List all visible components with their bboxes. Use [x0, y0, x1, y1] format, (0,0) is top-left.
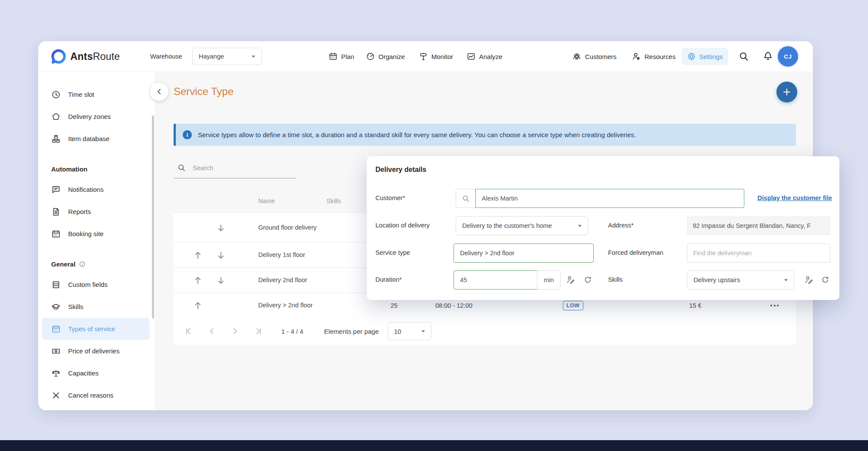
clock-icon: [51, 90, 61, 99]
warehouse-label: Warehouse: [150, 53, 182, 60]
gear-icon: [687, 52, 696, 61]
sidebar: Time slot Delivery zones Item database A…: [38, 72, 155, 410]
time-slot-cell: 08:00 - 12:00: [435, 302, 472, 309]
duration-unit: min: [537, 270, 561, 290]
logo-icon: [51, 49, 66, 64]
x-icon: [51, 391, 61, 400]
warehouse-value: Hayange: [199, 53, 224, 60]
app-logo[interactable]: AntsRoute: [51, 49, 120, 64]
signpost-icon: [419, 52, 428, 61]
next-page-icon[interactable]: [231, 327, 240, 336]
forced-deliveryman-input[interactable]: [687, 244, 830, 263]
service-calendar-icon: [51, 324, 61, 334]
nav-settings[interactable]: Settings: [681, 48, 728, 65]
nav-organize[interactable]: Organize: [366, 52, 405, 61]
sidebar-scrollbar[interactable]: [152, 115, 154, 319]
rows-icon: [51, 280, 61, 290]
customers-icon: [572, 52, 582, 61]
sidebar-item-skills[interactable]: Skills: [42, 296, 150, 318]
pagination: 1 - 4 / 4 Elements per page 10: [174, 318, 796, 345]
nav-monitor[interactable]: Monitor: [419, 52, 453, 61]
sidebar-item-delivery-zones[interactable]: Delivery zones: [42, 105, 150, 128]
logo-text: AntsRoute: [70, 51, 120, 63]
sidebar-item-types-of-service[interactable]: Types of service: [42, 318, 150, 340]
service-type-name: Delivery > 2nd floor: [258, 301, 319, 309]
sidebar-item-item-database[interactable]: Item database: [42, 128, 150, 150]
nav-analyze[interactable]: Analyze: [467, 52, 502, 61]
arrow-down-icon[interactable]: [217, 224, 226, 232]
topbar: AntsRoute Warehouse Hayange Plan Organiz…: [38, 41, 813, 72]
customer-label: Customer*: [375, 194, 405, 201]
last-page-icon[interactable]: [254, 327, 263, 336]
arrow-down-icon[interactable]: [217, 276, 226, 285]
display-customer-file-link[interactable]: Display the customer file: [757, 194, 832, 201]
chevron-left-icon: [155, 87, 164, 96]
sidebar-item-capacities[interactable]: Capacities: [42, 362, 150, 384]
sidebar-item-reports[interactable]: Reports: [42, 201, 150, 223]
service-type-name: Delivery 1st floor: [258, 251, 319, 259]
duration-label: Duration*: [375, 276, 401, 283]
graduation-cap-icon: [51, 302, 61, 312]
gauge-icon: [366, 52, 375, 61]
document-icon: [51, 207, 61, 217]
info-banner: i Service types allow to define a time s…: [174, 124, 796, 146]
assign-deliveryman-icon[interactable]: [804, 275, 814, 285]
service-type-field[interactable]: Delivery > 2nd floor: [454, 244, 594, 263]
clipped-sidebar-item: [53, 72, 64, 74]
plus-icon: [782, 87, 792, 97]
customer-input[interactable]: [475, 189, 744, 208]
page-range: 1 - 4 / 4: [281, 328, 303, 335]
calendar-icon: [329, 52, 338, 61]
refresh-icon[interactable]: [583, 275, 592, 284]
nav-customers[interactable]: Customers: [572, 52, 617, 61]
duration-input[interactable]: [454, 270, 537, 290]
modal-title: Delivery details: [375, 166, 426, 174]
chevron-down-icon: [252, 56, 255, 58]
sidebar-item-price-of-deliveries[interactable]: Price of deliveries: [42, 340, 150, 362]
location-select[interactable]: Delivery to the customer's home: [456, 216, 588, 235]
sidebar-item-notifications[interactable]: Notifications: [42, 178, 150, 201]
sidebar-section-automation: Automation: [51, 159, 155, 178]
sidebar-item-booking-site[interactable]: Booking site: [42, 223, 150, 245]
arrow-up-icon[interactable]: [194, 301, 203, 310]
skills-select[interactable]: Delivery upstairs: [687, 270, 794, 290]
delivery-details-modal: Delivery details Customer* Display the c…: [367, 156, 839, 300]
sidebar-item-cancel-reasons[interactable]: Cancel reasons: [42, 384, 150, 406]
bell-icon[interactable]: [763, 51, 773, 62]
page-title: Service Type: [174, 86, 233, 98]
person-gear-icon: [631, 52, 641, 61]
per-page-select[interactable]: 10: [388, 322, 431, 340]
address-label: Address*: [608, 222, 634, 229]
message-icon: [51, 185, 61, 194]
info-banner-text: Service types allow to define a time slo…: [198, 131, 636, 138]
info-icon: i: [183, 130, 192, 139]
back-button[interactable]: [150, 82, 168, 101]
nav-plan[interactable]: Plan: [329, 52, 354, 61]
chevron-down-icon: [578, 225, 582, 227]
address-field[interactable]: 92 Impasse du Sergent Blandan, Nancy, F: [687, 217, 830, 235]
arrow-up-icon[interactable]: [194, 276, 203, 285]
arrow-up-icon[interactable]: [194, 251, 203, 260]
search-input[interactable]: [193, 164, 288, 171]
sidebar-item-time-slot[interactable]: Time slot: [42, 83, 150, 105]
bottom-strip: [0, 440, 868, 451]
sidebar-item-custom-fields[interactable]: Custom fields: [42, 273, 150, 296]
row-menu-icon[interactable]: [770, 305, 779, 306]
assign-deliveryman-icon[interactable]: [566, 275, 575, 285]
nav-resources[interactable]: Resources: [631, 52, 676, 61]
chart-icon: [467, 52, 476, 61]
prev-page-icon[interactable]: [207, 327, 216, 336]
first-page-icon[interactable]: [184, 327, 193, 336]
arrow-down-icon[interactable]: [217, 251, 226, 260]
add-service-type-button[interactable]: [776, 82, 797, 102]
column-header-name: Name: [258, 198, 275, 204]
warehouse-select[interactable]: Hayange: [192, 48, 262, 65]
column-header-skills: Skills: [326, 198, 341, 204]
avatar[interactable]: CJ: [778, 46, 798, 67]
skills-label: Skills: [608, 276, 623, 283]
search-icon[interactable]: [738, 51, 750, 62]
duration-cell: 25: [391, 302, 398, 309]
refresh-icon[interactable]: [821, 275, 830, 284]
service-type-name: Ground floor delivery: [258, 224, 319, 231]
customer-search-icon[interactable]: [456, 189, 475, 208]
